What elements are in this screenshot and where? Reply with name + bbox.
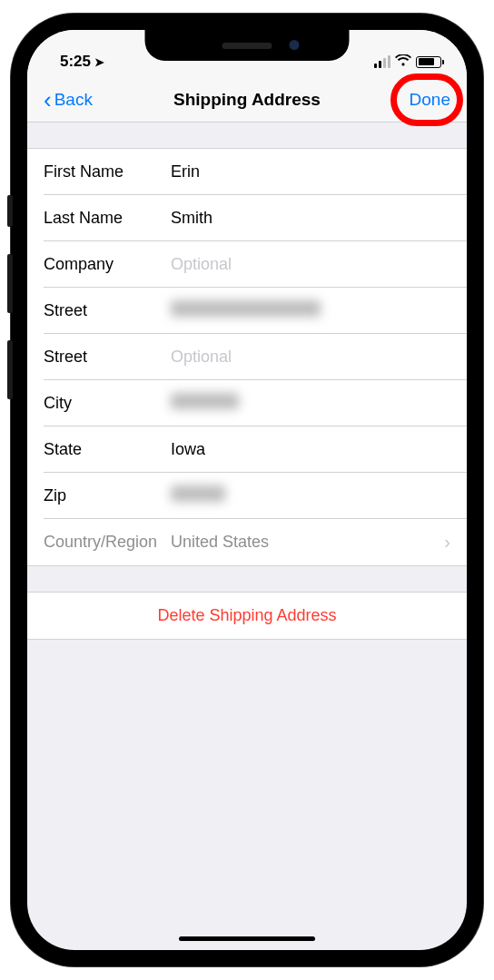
city-row[interactable]: City (27, 380, 467, 426)
country-label: Country/Region (44, 533, 171, 552)
zip-row[interactable]: Zip (27, 473, 467, 519)
street1-label: Street (44, 301, 171, 320)
state-row[interactable]: State Iowa (27, 426, 467, 473)
country-value: United States (171, 533, 444, 552)
done-button[interactable]: Done (410, 90, 450, 110)
address-form: First Name Erin Last Name Smith Company … (27, 148, 467, 566)
street2-row[interactable]: Street Optional (27, 334, 467, 380)
country-row[interactable]: Country/Region United States › (27, 519, 467, 565)
delete-shipping-address-button[interactable]: Delete Shipping Address (27, 593, 467, 639)
redacted-value (171, 300, 321, 317)
company-field[interactable]: Optional (171, 255, 450, 274)
chevron-right-icon: › (444, 532, 450, 553)
street2-label: Street (44, 348, 171, 367)
city-label: City (44, 394, 171, 413)
zip-label: Zip (44, 486, 171, 505)
last-name-row[interactable]: Last Name Smith (27, 195, 467, 241)
street1-field[interactable] (171, 300, 450, 321)
city-field[interactable] (171, 393, 450, 414)
delete-section: Delete Shipping Address (27, 592, 467, 640)
company-label: Company (44, 255, 171, 274)
state-field[interactable]: Iowa (171, 440, 450, 459)
phone-device-frame: 5:25 ➤ ‹ Bac (11, 14, 483, 966)
page-title: Shipping Address (173, 90, 321, 110)
first-name-row[interactable]: First Name Erin (27, 149, 467, 195)
home-indicator[interactable] (179, 936, 315, 941)
wifi-icon (395, 54, 411, 70)
cellular-signal-icon (374, 55, 391, 68)
back-button[interactable]: ‹ Back (44, 88, 93, 112)
first-name-label: First Name (44, 162, 171, 181)
status-time: 5:25 (60, 53, 91, 71)
zip-field[interactable] (171, 485, 450, 506)
device-side-buttons (7, 195, 13, 426)
last-name-label: Last Name (44, 209, 171, 228)
navigation-bar: ‹ Back Shipping Address Done (27, 77, 467, 122)
chevron-left-icon: ‹ (44, 88, 52, 112)
redacted-value (171, 485, 225, 502)
first-name-field[interactable]: Erin (171, 162, 450, 181)
state-label: State (44, 440, 171, 459)
street1-row[interactable]: Street (27, 288, 467, 334)
street2-field[interactable]: Optional (171, 348, 450, 367)
location-services-icon: ➤ (94, 55, 104, 69)
redacted-value (171, 393, 239, 409)
back-label: Back (54, 90, 93, 110)
last-name-field[interactable]: Smith (171, 209, 450, 228)
screen: 5:25 ➤ ‹ Bac (27, 30, 467, 950)
device-notch (145, 30, 350, 61)
battery-icon (416, 56, 441, 68)
company-row[interactable]: Company Optional (27, 241, 467, 288)
